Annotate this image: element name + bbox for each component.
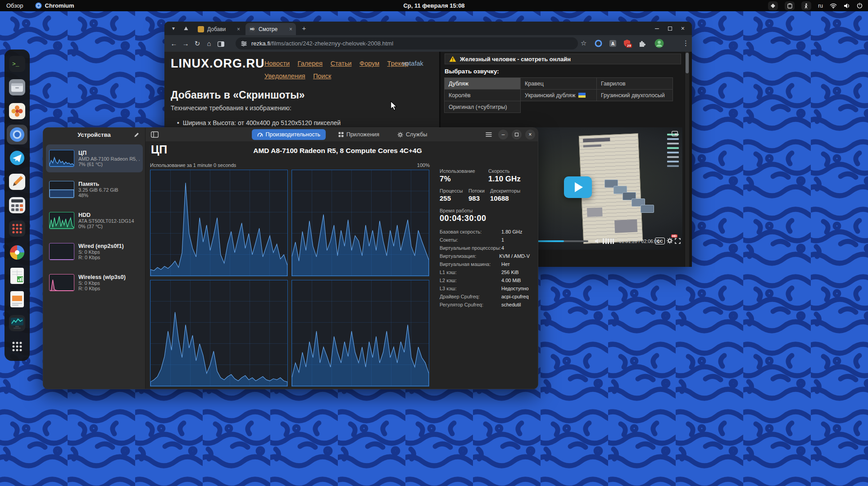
handles-value: 10688 xyxy=(490,194,509,202)
device-item-wired[interactable]: Wired (enp2s0f1) S: 0 Kbps R: 0 Kbps xyxy=(46,238,143,266)
vertical-scrollbar-thumb[interactable] xyxy=(686,53,689,73)
tray-app-icon[interactable] xyxy=(768,1,778,10)
scene-side-menu xyxy=(667,134,679,170)
threads-value: 983 xyxy=(468,194,480,202)
split-view-icon[interactable] xyxy=(215,40,227,47)
system-monitor-icon[interactable] xyxy=(7,313,27,333)
volume-level-bars[interactable] xyxy=(603,238,614,244)
window-close-button[interactable]: × xyxy=(681,25,685,32)
multicolor-app-icon[interactable] xyxy=(7,243,27,262)
adblock-extension-icon[interactable]: 29 xyxy=(623,39,631,47)
warning-icon xyxy=(449,56,456,62)
play-button[interactable] xyxy=(564,176,592,198)
cpu-details-list: Базовая скорость:1.80 GHz Сокеты:1 Вирту… xyxy=(440,228,530,309)
lor-username[interactable]: votafak xyxy=(402,60,423,67)
window-minimize-button[interactable]: – xyxy=(655,24,659,32)
accessibility-icon[interactable] xyxy=(801,1,811,10)
tab-services[interactable]: Службы xyxy=(392,129,432,140)
voice-option[interactable]: Украинский дубляж xyxy=(520,89,597,101)
voice-option[interactable]: Королёв xyxy=(444,89,521,101)
reload-button[interactable]: ↻ xyxy=(191,40,203,48)
edit-pencil-icon[interactable] xyxy=(134,132,140,138)
lor-bullet-item: • Ширина х Высота: от 400x400 до 5120x51… xyxy=(177,119,341,126)
voice-options-table: Дубляж Кравец Гаврилов Королёв Украински… xyxy=(445,78,673,113)
libreoffice-calc-icon[interactable] xyxy=(7,266,27,286)
wireless-thumbnail-chart xyxy=(49,274,74,291)
forward-button[interactable]: → xyxy=(180,40,191,47)
nav-link[interactable]: Галерея xyxy=(298,60,323,67)
apps-grid-icon xyxy=(338,132,344,137)
sidebar-title: Устройства xyxy=(77,131,110,138)
bookmark-star-icon[interactable]: ☆ xyxy=(581,39,586,47)
photos-icon[interactable] xyxy=(7,101,27,121)
browser-menu-kebab-icon[interactable]: ⋮ xyxy=(682,39,689,47)
nav-link[interactable]: Статьи xyxy=(331,60,352,67)
device-item-hdd[interactable]: HDD ATA ST500LT012-1DG14 0% (37 °C) xyxy=(46,207,143,234)
home-button[interactable]: ⌂ xyxy=(203,40,215,47)
lor-logo[interactable]: LINUX.ORG.RU xyxy=(171,57,265,71)
system-monitor-window: Устройства ЦП AMD A8-7100 Radeon R5, … 7… xyxy=(43,127,538,389)
site-settings-icon[interactable] xyxy=(241,41,247,46)
window-maximize-button[interactable] xyxy=(668,27,672,31)
nav-link[interactable]: Поиск xyxy=(313,72,331,80)
files-icon[interactable] xyxy=(7,77,27,97)
clipboard-tray-icon[interactable] xyxy=(785,1,795,10)
voice-option[interactable]: Кравец xyxy=(520,77,597,90)
tab-search-chevron-icon[interactable]: ▾ xyxy=(168,23,179,33)
voice-option[interactable]: Оригинал (+субтитры) xyxy=(444,101,521,113)
profile-avatar[interactable] xyxy=(654,39,664,48)
nav-link[interactable]: Уведомления xyxy=(264,72,305,80)
monitor-maximize-button[interactable] xyxy=(512,130,522,140)
tab-close-icon[interactable]: × xyxy=(289,26,292,32)
nav-link[interactable]: Новости xyxy=(264,60,290,67)
keyboard-layout-indicator[interactable]: ru xyxy=(818,3,823,9)
url-bar[interactable]: rezka.fi/films/action/242-zheleznyy-chel… xyxy=(236,37,578,50)
power-icon[interactable] xyxy=(857,3,863,9)
tab-applications[interactable]: Приложения xyxy=(333,129,385,140)
nav-link[interactable]: Форум xyxy=(359,60,379,67)
back-button[interactable]: ← xyxy=(168,40,180,47)
text-editor-icon[interactable] xyxy=(7,172,27,192)
wifi-icon[interactable] xyxy=(830,3,837,9)
telegram-icon[interactable] xyxy=(7,148,27,168)
tab-smotret[interactable]: HD Смотре × xyxy=(245,23,296,35)
player-volume-icon[interactable] xyxy=(595,238,600,244)
pinned-tab[interactable] xyxy=(181,23,191,33)
player-settings-gear-icon[interactable]: HD xyxy=(667,238,673,244)
services-gear-icon xyxy=(397,132,403,138)
fullscreen-icon[interactable] xyxy=(675,238,681,244)
chromium-icon[interactable] xyxy=(7,125,27,144)
app-grid-icon[interactable] xyxy=(7,337,27,356)
clock[interactable]: Ср, 11 февраля 15:08 xyxy=(0,2,868,9)
tab-close-icon[interactable]: × xyxy=(237,26,240,32)
rezka-favicon: HD xyxy=(249,26,255,32)
tab-performance[interactable]: Производительность xyxy=(252,129,326,140)
monitor-close-button[interactable]: × xyxy=(525,130,535,140)
libreoffice-impress-icon[interactable] xyxy=(7,289,27,309)
blue-ring-extension-icon[interactable] xyxy=(595,40,602,47)
volume-icon[interactable] xyxy=(844,3,850,9)
device-item-wireless[interactable]: Wireless (wlp3s0) S: 0 Kbps R: 0 Kbps xyxy=(46,269,143,297)
voice-option[interactable]: Грузинский двухголосый xyxy=(596,89,673,101)
extensions-puzzle-icon[interactable] xyxy=(638,40,646,47)
cpu-core-chart-3 xyxy=(150,280,288,387)
monitor-minimize-button[interactable]: – xyxy=(498,130,508,140)
app-menu-hamburger-icon[interactable] xyxy=(484,130,494,140)
subtitles-cc-button[interactable]: CC xyxy=(655,238,665,244)
pip-icon[interactable] xyxy=(672,131,678,136)
red-grid-app-icon[interactable] xyxy=(7,219,27,238)
cpu-core-chart-4 xyxy=(291,280,429,387)
calculator-icon[interactable] xyxy=(7,195,27,215)
lor-nav-row1: Новости Галерея Статьи Форум Трекер xyxy=(264,59,414,68)
device-item-memory[interactable]: Память 3.25 GiB 6.72 GiB 48% xyxy=(46,176,143,203)
new-tab-button[interactable]: + xyxy=(299,23,309,33)
sidebar-toggle-icon[interactable] xyxy=(151,131,159,138)
vertical-scrollbar-track[interactable] xyxy=(685,52,689,267)
terminal-icon[interactable]: >_ xyxy=(7,54,27,74)
tab-dobavit[interactable]: Добави × xyxy=(194,23,244,35)
voice-option[interactable]: Гаврилов xyxy=(596,77,673,90)
translate-extension-icon[interactable]: A xyxy=(609,40,617,47)
devices-sidebar: Устройства ЦП AMD A8-7100 Radeon R5, … 7… xyxy=(43,128,145,389)
voice-option[interactable]: Дубляж xyxy=(444,77,521,90)
device-item-cpu[interactable]: ЦП AMD A8-7100 Radeon R5, … 7% (61 °C) xyxy=(46,144,143,172)
